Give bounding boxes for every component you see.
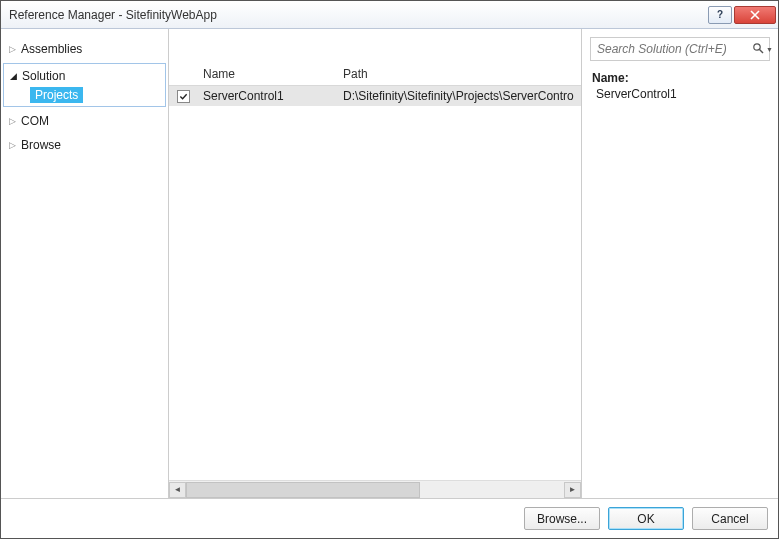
sidebar: ▷ Assemblies ◢ Solution Projects ▷ COM ▷…: [1, 29, 169, 498]
horizontal-scrollbar[interactable]: ◄ ►: [169, 480, 581, 498]
window-controls: ?: [708, 6, 776, 24]
detail-name-label: Name:: [592, 71, 768, 85]
table-row[interactable]: ServerControl1 D:\Sitefinity\Sitefinity\…: [169, 86, 581, 106]
chevron-right-icon: ▷: [9, 116, 21, 126]
reference-list-panel: Name Path ServerControl1 D:\Sitefinity\S…: [169, 29, 582, 498]
chevron-down-icon: ◢: [10, 71, 22, 81]
sidebar-item-projects[interactable]: Projects: [4, 86, 165, 104]
sidebar-item-com[interactable]: ▷ COM: [3, 111, 166, 131]
scroll-right-button[interactable]: ►: [564, 482, 581, 498]
header-spacer: [169, 63, 197, 85]
sidebar-item-assemblies[interactable]: ▷ Assemblies: [3, 39, 166, 59]
dialog-footer: Browse... OK Cancel: [1, 498, 778, 538]
sidebar-item-label: Solution: [22, 69, 65, 83]
svg-line-1: [760, 49, 764, 53]
column-header-path[interactable]: Path: [337, 63, 581, 85]
row-path: D:\Sitefinity\Sitefinity\Projects\Server…: [337, 89, 581, 103]
browse-button[interactable]: Browse...: [524, 507, 600, 530]
selection-details: Name: ServerControl1: [582, 67, 778, 105]
search-input[interactable]: [597, 42, 748, 56]
sidebar-item-browse[interactable]: ▷ Browse: [3, 135, 166, 155]
title-bar: Reference Manager - SitefinityWebApp ?: [1, 1, 778, 29]
column-header-name[interactable]: Name: [197, 63, 337, 85]
row-checkbox[interactable]: [177, 90, 190, 103]
svg-point-0: [754, 43, 760, 49]
column-headers: Name Path: [169, 29, 581, 86]
sidebar-item-label: COM: [21, 114, 49, 128]
close-button[interactable]: [734, 6, 776, 24]
close-icon: [750, 10, 760, 20]
sidebar-item-solution[interactable]: ◢ Solution: [4, 66, 165, 86]
search-icon[interactable]: [752, 42, 764, 57]
sidebar-item-label: Browse: [21, 138, 61, 152]
row-name: ServerControl1: [197, 89, 337, 103]
check-icon: [179, 92, 188, 101]
detail-name-value: ServerControl1: [592, 85, 768, 101]
rows-container: ServerControl1 D:\Sitefinity\Sitefinity\…: [169, 86, 581, 480]
row-checkbox-cell: [169, 90, 197, 103]
search-dropdown-icon[interactable]: ▼: [766, 46, 773, 53]
scroll-thumb[interactable]: [186, 482, 420, 498]
sidebar-item-label: Assemblies: [21, 42, 82, 56]
search-box[interactable]: ▼: [590, 37, 770, 61]
sidebar-item-label: Projects: [30, 87, 83, 103]
scroll-track[interactable]: [186, 482, 564, 498]
window-title: Reference Manager - SitefinityWebApp: [9, 8, 708, 22]
help-button[interactable]: ?: [708, 6, 732, 24]
scroll-left-button[interactable]: ◄: [169, 482, 186, 498]
details-panel: ▼ Name: ServerControl1: [582, 29, 778, 498]
ok-button[interactable]: OK: [608, 507, 684, 530]
chevron-right-icon: ▷: [9, 44, 21, 54]
cancel-button[interactable]: Cancel: [692, 507, 768, 530]
chevron-right-icon: ▷: [9, 140, 21, 150]
dialog-body: ▷ Assemblies ◢ Solution Projects ▷ COM ▷…: [1, 29, 778, 498]
